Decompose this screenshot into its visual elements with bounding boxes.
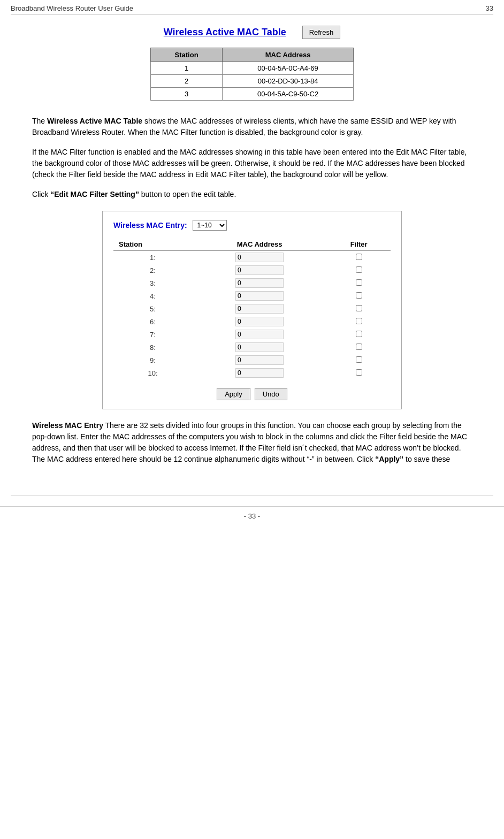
entry-filter-cell [327, 315, 391, 328]
mac-table-mac: 00-04-5A-C9-50-C2 [223, 88, 354, 101]
paragraph4-text2: to save these [403, 455, 450, 463]
entry-filter-cell [327, 251, 391, 264]
entry-filter-checkbox[interactable] [356, 318, 362, 324]
mac-table-title: Wireless Active MAC Table [164, 27, 286, 38]
entry-mac-input[interactable] [235, 330, 284, 339]
entry-table: Station MAC Address Filter 1:2:3:4:5:6:7… [113, 238, 391, 379]
entry-mac-cell [192, 328, 327, 341]
paragraph3-bold: “Edit MAC Filter Setting” [50, 190, 139, 199]
entry-filter-checkbox[interactable] [356, 266, 362, 273]
entry-mac-input[interactable] [235, 253, 284, 262]
entry-station: 2: [113, 264, 192, 277]
entry-mac-input[interactable] [235, 368, 284, 378]
entry-station: 10: [113, 367, 192, 379]
entry-mac-input[interactable] [235, 355, 284, 365]
entry-filter-checkbox[interactable] [356, 254, 362, 260]
entry-filter-checkbox[interactable] [356, 305, 362, 311]
entry-filter-checkbox[interactable] [356, 344, 362, 350]
entry-filter-checkbox[interactable] [356, 331, 362, 337]
paragraph1-bold: Wireless Active MAC Table [47, 117, 142, 125]
entry-filter-checkbox[interactable] [356, 279, 362, 286]
entry-filter-checkbox[interactable] [356, 369, 362, 376]
entry-table-row: 2: [113, 264, 391, 277]
entry-station: 5: [113, 302, 192, 315]
entry-col-mac: MAC Address [192, 238, 327, 251]
entry-mac-input[interactable] [235, 317, 284, 326]
entry-mac-cell [192, 367, 327, 379]
mac-entry-title: Wireless MAC Entry: [113, 221, 187, 230]
entry-filter-cell [327, 289, 391, 302]
paragraph4-bold: Wireless MAC Entry [32, 421, 103, 430]
entry-station: 6: [113, 315, 192, 328]
footer-divider [11, 495, 493, 495]
entry-mac-cell [192, 302, 327, 315]
entry-filter-cell [327, 341, 391, 354]
paragraph3-text: button to open the edit table. [139, 190, 236, 199]
mac-table-row: 300-04-5A-C9-50-C2 [151, 88, 354, 101]
mac-table-mac: 00-04-5A-0C-A4-69 [223, 62, 354, 75]
entry-table-row: 5: [113, 302, 391, 315]
entry-col-station: Station [113, 238, 192, 251]
paragraph3-prefix: Click [32, 190, 50, 199]
entry-station: 1: [113, 251, 192, 264]
entry-station: 9: [113, 354, 192, 367]
entry-filter-cell [327, 354, 391, 367]
entry-filter-checkbox[interactable] [356, 292, 362, 299]
page-footer: - 33 - [0, 506, 504, 525]
mac-table-col-station: Station [151, 48, 223, 62]
entry-station: 7: [113, 328, 192, 341]
entry-mac-cell [192, 277, 327, 289]
entry-filter-cell [327, 328, 391, 341]
page-number: 33 [486, 4, 493, 12]
entry-mac-cell [192, 251, 327, 264]
entry-filter-checkbox[interactable] [356, 356, 362, 363]
entry-mac-cell [192, 315, 327, 328]
content-area: Wireless Active MAC Table Refresh Statio… [0, 15, 504, 495]
entry-table-row: 10: [113, 367, 391, 379]
mac-table-row: 200-02-DD-30-13-84 [151, 75, 354, 88]
entry-table-row: 7: [113, 328, 391, 341]
paragraph1-prefix: The [32, 117, 47, 125]
entry-table-row: 6: [113, 315, 391, 328]
mac-table-station: 2 [151, 75, 223, 88]
mac-entry-select[interactable]: 1~1011~2021~3031~32 [193, 220, 227, 231]
paragraph2: If the MAC Filter function is enabled an… [32, 147, 472, 180]
mac-table-header-row: Wireless Active MAC Table Refresh [32, 26, 472, 39]
entry-station: 8: [113, 341, 192, 354]
entry-filter-cell [327, 264, 391, 277]
entry-filter-cell [327, 277, 391, 289]
mac-entry-buttons: Apply Undo [113, 388, 391, 400]
entry-mac-cell [192, 289, 327, 302]
entry-mac-input[interactable] [235, 304, 284, 314]
undo-button[interactable]: Undo [255, 388, 287, 400]
page-header: Broadband Wireless Router User Guide 33 [0, 0, 504, 14]
entry-mac-input[interactable] [235, 342, 284, 352]
mac-table-mac: 00-02-DD-30-13-84 [223, 75, 354, 88]
mac-table-section: Wireless Active MAC Table Refresh Statio… [32, 26, 472, 101]
entry-mac-input[interactable] [235, 291, 284, 301]
paragraph4-apply-bold: “Apply” [375, 455, 403, 463]
apply-button[interactable]: Apply [217, 388, 250, 400]
entry-table-row: 8: [113, 341, 391, 354]
footer-text: - 33 - [244, 512, 260, 520]
paragraph4: Wireless MAC Entry There are 32 sets div… [32, 420, 472, 465]
entry-mac-input[interactable] [235, 265, 284, 275]
mac-table-row: 100-04-5A-0C-A4-69 [151, 62, 354, 75]
entry-mac-input[interactable] [235, 278, 284, 288]
paragraph3: Click “Edit MAC Filter Setting” button t… [32, 189, 472, 200]
mac-entry-section: Wireless MAC Entry: 1~1011~2021~3031~32 … [32, 211, 472, 409]
entry-filter-cell [327, 302, 391, 315]
refresh-button[interactable]: Refresh [302, 26, 341, 39]
entry-station: 4: [113, 289, 192, 302]
entry-filter-cell [327, 367, 391, 379]
entry-table-row: 1: [113, 251, 391, 264]
mac-table-station: 1 [151, 62, 223, 75]
entry-table-row: 9: [113, 354, 391, 367]
mac-entry-box: Wireless MAC Entry: 1~1011~2021~3031~32 … [102, 211, 402, 409]
entry-mac-cell [192, 354, 327, 367]
entry-col-filter: Filter [327, 238, 391, 251]
paragraph1: The Wireless Active MAC Table shows the … [32, 116, 472, 138]
mac-table-station: 3 [151, 88, 223, 101]
mac-table-col-mac: MAC Address [223, 48, 354, 62]
entry-station: 3: [113, 277, 192, 289]
